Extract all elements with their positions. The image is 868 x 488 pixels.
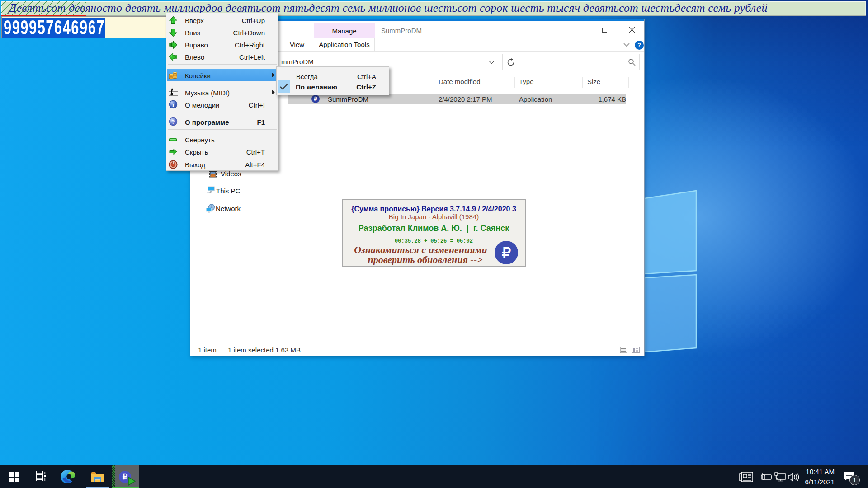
- svg-text:i: i: [172, 101, 174, 108]
- svg-text:?: ?: [172, 119, 175, 125]
